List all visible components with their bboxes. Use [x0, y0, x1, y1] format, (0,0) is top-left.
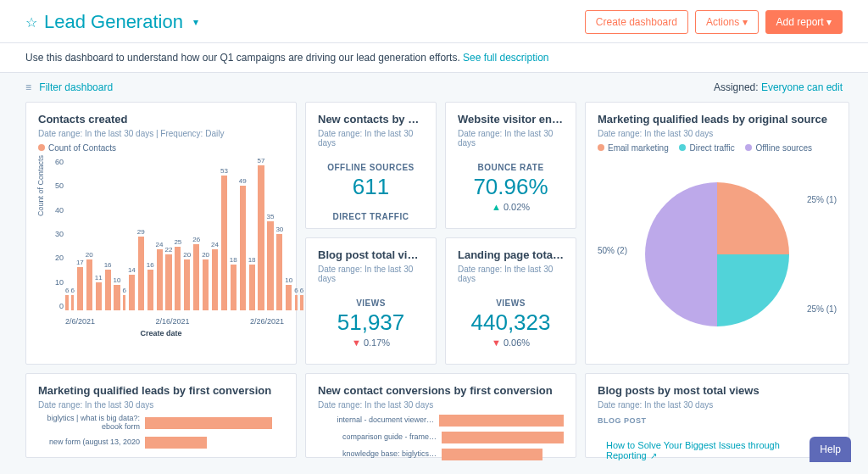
page-title: Lead Generation: [44, 11, 183, 33]
card-contacts-created[interactable]: Contacts created Date range: In the last…: [25, 102, 297, 365]
create-dashboard-button[interactable]: Create dashboard: [585, 10, 688, 34]
add-report-button[interactable]: Add report ▾: [765, 10, 843, 34]
card-title: New contact conversions by first convers…: [318, 384, 564, 397]
card-meta: Date range: In the last 30 days: [38, 400, 284, 410]
actions-label: Actions: [706, 16, 739, 28]
pie-chart: 25% (1) 25% (1) 50% (2): [598, 161, 837, 348]
legend-b: Direct traffic: [689, 143, 734, 153]
up-arrow-icon: ▲: [492, 202, 501, 212]
card-blog-views[interactable]: Blog post total views… Date range: In th…: [305, 237, 437, 365]
subheader: ≡ Filter dashboard Assigned: Everyone ca…: [0, 73, 868, 102]
hbar-list: internal - document viewer…comparison gu…: [318, 415, 564, 460]
down-arrow-icon: ▼: [352, 337, 361, 348]
legend-a: Email marketing: [608, 143, 669, 153]
blog-tag: BLOG POST: [598, 416, 837, 425]
pie-label-1: 25% (1): [807, 195, 837, 204]
kpi-label-2: DIRECT TRAFFIC: [318, 212, 424, 221]
card-meta: Date range: In the last 30 days: [318, 265, 424, 283]
legend-label: Count of Contacts: [48, 143, 116, 153]
card-meta: Date range: In the last 30 days: [458, 265, 564, 283]
card-new-contacts-source[interactable]: New contacts by sou… Date range: In the …: [305, 102, 437, 229]
assigned-label: Assigned:: [714, 81, 759, 93]
card-visitor-engagement[interactable]: Website visitor enga… Date range: In the…: [445, 102, 576, 229]
delta-value: 0.02%: [504, 202, 530, 212]
delta-value: 0.17%: [364, 337, 390, 348]
x-axis: 2/6/20212/16/20212/26/2021: [65, 317, 284, 326]
card-title: Website visitor enga…: [458, 113, 564, 125]
kpi-label: VIEWS: [458, 298, 564, 308]
card-meta: Date range: In the last 30 days: [318, 400, 564, 410]
legend: Count of Contacts: [38, 143, 284, 153]
down-arrow-icon: ▼: [492, 337, 501, 348]
dashboard-grid: Contacts created Date range: In the last…: [0, 102, 868, 474]
card-title: Marketing qualified leads by first conve…: [38, 384, 284, 397]
blog-post-link[interactable]: How to Solve Your Biggest Issues through…: [598, 433, 837, 467]
help-button[interactable]: Help: [810, 437, 851, 462]
card-title: Marketing qualified leads by original so…: [598, 113, 837, 125]
delta-value: 0.06%: [504, 337, 530, 348]
card-title: Blog posts by most total views: [598, 384, 837, 397]
pie: [645, 182, 789, 326]
card-meta: Date range: In the last 30 days: [318, 129, 424, 148]
filter-dashboard-link[interactable]: Filter dashboard: [39, 81, 113, 93]
y-axis: 6050403020100: [48, 158, 64, 310]
legend-c: Offline sources: [755, 143, 812, 153]
header: ☆ Lead Generation ▾ Create dashboard Act…: [0, 0, 868, 43]
filter-icon: ≡: [25, 81, 31, 93]
card-new-contact-conversions[interactable]: New contact conversions by first convers…: [305, 373, 576, 458]
kpi-label: OFFLINE SOURCES: [318, 163, 424, 172]
description-text: Use this dashboard to understand how our…: [25, 52, 460, 64]
add-report-label: Add report: [776, 16, 824, 28]
kpi-value: 611: [318, 174, 424, 200]
kpi-value: 51,937: [318, 309, 424, 336]
kpi-delta: ▼ 0.06%: [458, 337, 564, 348]
pie-label-2: 25% (1): [807, 304, 837, 314]
bar-chart: Count of Contacts 6050403020100 66172011…: [38, 158, 284, 336]
chevron-down-icon[interactable]: ▾: [193, 16, 198, 28]
pie-label-3: 50% (2): [598, 246, 627, 255]
star-icon[interactable]: ☆: [25, 14, 37, 31]
card-meta: Date range: In the last 30 days: [598, 129, 837, 138]
description-bar: Use this dashboard to understand how our…: [0, 43, 868, 73]
kpi-value: 70.96%: [458, 174, 564, 200]
kpi-label: BOUNCE RATE: [458, 163, 564, 172]
kpi-delta: ▲ 0.02%: [458, 202, 564, 212]
hbar-list: biglytics | what is big data?: ebook for…: [38, 415, 284, 449]
card-meta: Date range: In the last 30 days: [458, 129, 564, 148]
card-title: Blog post total views…: [318, 248, 424, 261]
actions-button[interactable]: Actions ▾: [695, 10, 759, 34]
bars: 6617201116106142916242225202620245318491…: [65, 158, 284, 310]
card-mql-first-conversion[interactable]: Marketing qualified leads by first conve…: [25, 373, 297, 458]
kpi-delta: ▼ 0.17%: [318, 337, 424, 348]
external-link-icon: ↗: [650, 451, 657, 460]
card-meta: Date range: In the last 30 days: [598, 400, 837, 410]
y-axis-label: Count of Contacts: [36, 155, 45, 216]
card-mql-source[interactable]: Marketing qualified leads by original so…: [585, 102, 849, 365]
card-landing-views[interactable]: Landing page total vi… Date range: In th…: [445, 237, 576, 365]
x-axis-title: Create date: [38, 329, 284, 337]
header-actions: Create dashboard Actions ▾ Add report ▾: [585, 10, 843, 34]
card-title: Landing page total vi…: [458, 248, 564, 261]
blog-link-text: How to Solve Your Biggest Issues through…: [606, 440, 780, 460]
filter-area[interactable]: ≡ Filter dashboard: [25, 81, 113, 93]
assigned-area: Assigned: Everyone can edit: [714, 81, 843, 93]
card-title: New contacts by sou…: [318, 113, 424, 125]
kpi-value: 440,323: [458, 309, 564, 336]
legend: Email marketing Direct traffic Offline s…: [598, 143, 837, 153]
see-full-description-link[interactable]: See full description: [463, 52, 548, 64]
card-title: Contacts created: [38, 113, 284, 125]
assigned-value[interactable]: Everyone can edit: [761, 81, 843, 93]
card-meta: Date range: In the last 30 days | Freque…: [38, 129, 284, 138]
kpi-label: VIEWS: [318, 298, 424, 308]
title-area[interactable]: ☆ Lead Generation ▾: [25, 11, 198, 33]
